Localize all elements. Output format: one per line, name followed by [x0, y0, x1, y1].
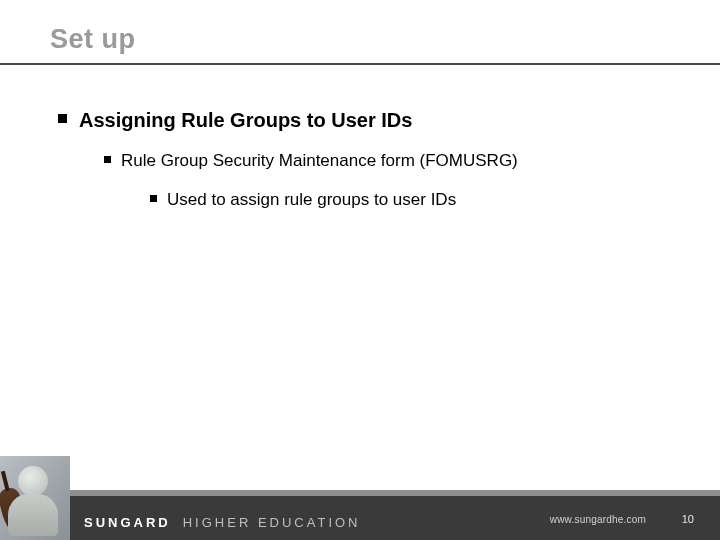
bullet-level-3: Used to assign rule groups to user IDs — [150, 189, 680, 210]
slide: Set up Assigning Rule Groups to User IDs… — [0, 0, 720, 540]
title-underline — [0, 63, 720, 65]
violin-icon — [0, 486, 29, 538]
square-bullet-icon — [58, 114, 67, 123]
slide-title: Set up — [50, 24, 136, 55]
brand-logo: SUNGARD HIGHER EDUCATION — [84, 515, 361, 530]
footer-photo — [0, 456, 70, 540]
bullet-lvl3-text: Used to assign rule groups to user IDs — [167, 189, 456, 210]
bullet-level-2: Rule Group Security Maintenance form (FO… — [104, 150, 680, 171]
footer-url: www.sungardhe.com — [550, 514, 646, 525]
content-area: Assigning Rule Groups to User IDs Rule G… — [58, 108, 680, 229]
square-bullet-icon — [150, 195, 157, 202]
bullet-lvl1-text: Assigning Rule Groups to User IDs — [79, 108, 412, 132]
page-number: 10 — [682, 513, 694, 525]
footer: SUNGARD HIGHER EDUCATION www.sungardhe.c… — [0, 456, 720, 540]
square-bullet-icon — [104, 156, 111, 163]
bullet-level-1: Assigning Rule Groups to User IDs — [58, 108, 680, 132]
bullet-lvl2-text: Rule Group Security Maintenance form (FO… — [121, 150, 518, 171]
brand-primary-text: SUNGARD — [84, 515, 171, 530]
brand-secondary-text: HIGHER EDUCATION — [183, 515, 361, 530]
